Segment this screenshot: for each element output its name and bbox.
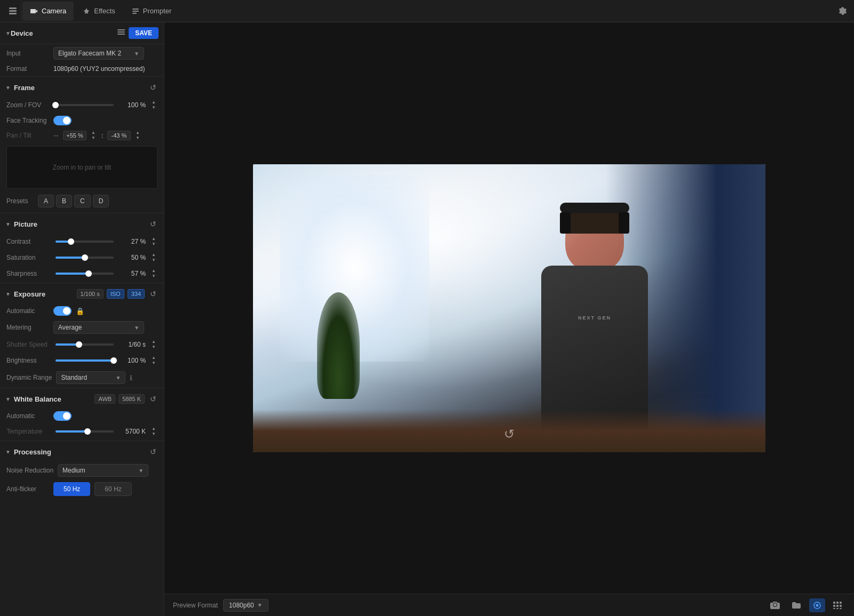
svg-rect-6 [132,13,137,14]
exposure-auto-toggle[interactable] [53,306,72,316]
device-chevron: ▼ [5,30,11,36]
saturation-decrement[interactable]: ▼ [150,258,157,263]
temperature-label: Temperature [6,428,49,435]
device-list-icon-btn[interactable] [114,27,129,39]
brightness-label: Brightness [6,357,49,364]
contrast-increment[interactable]: ▲ [150,236,157,242]
shutter-increment[interactable]: ▲ [150,339,157,345]
preset-a-button[interactable]: A [38,195,54,207]
exposure-header-actions: 1/100 s ISO 334 ↺ [77,289,159,299]
svg-point-11 [816,604,819,606]
settings-button[interactable] [836,4,850,18]
toggle-knob [63,117,70,124]
svg-rect-18 [833,608,835,609]
vertical-arrow-icon: ↕ [100,131,104,140]
tab-camera[interactable]: Camera [22,2,74,21]
zoom-value: 100 % [120,101,146,109]
contrast-value: 27 % [120,238,146,245]
hz-60-button[interactable]: 60 Hz [94,482,131,496]
sharpness-slider[interactable] [56,273,114,275]
white-balance-section-header[interactable]: ▼ White Balance AWB 5885 K ↺ [0,389,164,409]
brightness-slider[interactable] [56,359,114,362]
hz-50-button[interactable]: 50 Hz [53,482,90,496]
capture-button[interactable] [766,598,784,613]
preview-format-dropdown[interactable]: 1080p60 ▼ [223,599,268,612]
chevron-down-icon: ▼ [138,468,144,474]
tilt-decrement[interactable]: ▼ [134,135,141,141]
picture-section-header[interactable]: ▼ Picture ↺ [0,214,164,234]
exposure-reset-button[interactable]: ↺ [148,289,159,299]
saturation-increment[interactable]: ▲ [150,252,157,258]
lock-icon[interactable]: 🔒 [76,307,84,315]
sharpness-row: Sharpness 57 % ▲ ▼ [0,266,164,282]
temperature-spinner: ▲ ▼ [150,426,157,437]
temperature-decrement[interactable]: ▼ [150,431,157,437]
frame-reset-button[interactable]: ↺ [148,82,159,93]
contrast-decrement[interactable]: ▼ [150,242,157,247]
topbar: Camera Effects Prompter [0,0,854,22]
zoom-decrement[interactable]: ▼ [150,105,157,110]
preset-b-button[interactable]: B [56,195,72,207]
tab-prompter[interactable]: Prompter [124,2,179,21]
preview-format-value: 1080p60 [229,602,254,609]
shutter-speed-spinner: ▲ ▼ [150,339,157,350]
noise-reduction-row: Noise Reduction Medium ▼ [0,461,164,479]
brightness-increment[interactable]: ▲ [150,355,157,361]
noise-reduction-dropdown[interactable]: Medium ▼ [58,464,148,477]
tab-effects[interactable]: Effects [75,2,123,21]
contrast-slider[interactable] [56,241,114,243]
saturation-value: 50 % [120,254,146,261]
pan-tilt-row: Pan / Tilt ↔ +55 % ▲ ▼ ↕ -43 % ▲ ▼ [0,128,164,143]
wb-auto-label: Automatic [6,412,49,420]
shutter-speed-row: Shutter Speed 1/60 s ▲ ▼ [0,337,164,353]
temp-badge: 5885 K [118,394,145,404]
anti-flicker-label: Anti-flicker [6,485,49,493]
grid-view-button[interactable] [809,598,825,612]
svg-rect-14 [840,602,842,604]
horizontal-arrow-icon: ↔ [52,131,60,140]
sidebar-icon [4,0,21,22]
svg-rect-17 [840,605,842,607]
sharpness-increment[interactable]: ▲ [150,268,157,274]
folder-button[interactable] [788,598,805,613]
picture-reset-button[interactable]: ↺ [148,219,159,229]
wb-auto-toggle[interactable] [53,411,72,421]
tilt-value: -43 % [107,131,131,140]
processing-section-header[interactable]: ▼ Processing ↺ [0,442,164,461]
sharpness-decrement[interactable]: ▼ [150,274,157,279]
info-icon[interactable]: ℹ [130,374,132,382]
format-label: Format [6,65,49,73]
temperature-increment[interactable]: ▲ [150,426,157,431]
input-dropdown[interactable]: Elgato Facecam MK 2 ▼ [53,47,144,60]
list-view-button[interactable] [829,598,845,612]
frame-section-header[interactable]: ▼ Frame ↺ [0,78,164,97]
pan-increment[interactable]: ▲ [90,130,97,135]
brightness-decrement[interactable]: ▼ [150,361,157,366]
zoom-label: Zoom / FOV [6,101,49,109]
temperature-slider[interactable] [56,430,114,433]
preset-d-button[interactable]: D [93,195,109,207]
face-tracking-toggle[interactable] [53,116,72,125]
main-layout: ▼ Device SAVE Input Elgato Facecam MK 2 … [0,22,854,616]
saturation-row: Saturation 50 % ▲ ▼ [0,250,164,266]
tilt-increment[interactable]: ▲ [134,130,141,135]
exposure-section-header[interactable]: ▼ Exposure 1/100 s ISO 334 ↺ [0,284,164,303]
video-refresh-icon: ↺ [504,427,515,442]
preset-c-button[interactable]: C [74,195,91,207]
sharpness-label: Sharpness [6,270,49,277]
wb-reset-button[interactable]: ↺ [148,394,159,404]
dynamic-range-dropdown[interactable]: Standard ▼ [56,371,125,384]
zoom-increment[interactable]: ▲ [150,100,157,105]
content-area: NEXT GEN ↺ Preview Format 1080p60 ▼ [164,22,854,616]
svg-rect-2 [9,13,17,14]
pan-decrement[interactable]: ▼ [90,135,97,141]
shutter-decrement[interactable]: ▼ [150,345,157,350]
save-button[interactable]: SAVE [129,27,159,39]
processing-title: Processing [14,448,145,456]
saturation-slider[interactable] [56,257,114,259]
shutter-speed-slider[interactable] [56,343,114,346]
zoom-slider[interactable] [56,104,114,106]
metering-dropdown[interactable]: Average ▼ [53,321,144,334]
processing-reset-button[interactable]: ↺ [148,446,159,457]
presets-row: Presets A B C D [0,192,164,212]
